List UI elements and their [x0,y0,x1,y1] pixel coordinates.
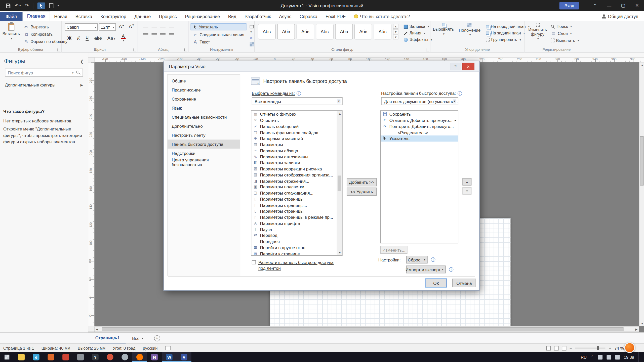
tab-Справка[interactable]: Справка [296,12,321,21]
tab-Конструктор[interactable]: Конструктор [96,12,130,21]
tab-Главная[interactable]: Главная [23,11,50,21]
customize-qat-dropdown[interactable]: Для всех документов (по умолчани... [381,97,458,105]
canvas-horizontal-scrollbar[interactable]: ◀ ▶ [95,326,639,332]
add-page-button[interactable]: + [154,335,160,341]
dialog-help-button[interactable]: ? [451,63,460,70]
command-item[interactable]: АПараметры шрифта [251,220,342,226]
tray-network-icon[interactable] [607,355,611,359]
status-height[interactable]: Высота: 25 мм [78,346,105,350]
scroll-up-icon[interactable]: ▲ [337,111,342,116]
flyout-arrow-icon[interactable]: ▸ [455,118,456,122]
taskbar-icon-chrome[interactable] [103,352,117,362]
command-item[interactable]: ▢Панель фрагментов слайдов [251,129,342,135]
connector-tool-button[interactable]: ⌐Соединительная линия [191,31,246,38]
status-width[interactable]: Ширина: 40 мм [42,346,70,350]
info-icon[interactable] [457,91,462,96]
tab-Async[interactable]: Async [275,12,296,21]
tab-Вставка[interactable]: Вставка [71,12,96,21]
ok-button[interactable]: ОК [425,279,447,287]
command-item[interactable]: ▦Отчеты о фигурах [251,111,342,117]
sign-in-button[interactable]: Вход [559,2,579,9]
tab-Foxit PDF[interactable]: Foxit PDF [321,12,350,21]
paste-button[interactable]: Вставить [0,21,22,45]
tab-Данные[interactable]: Данные [130,12,155,21]
command-item[interactable]: ✎Параметры автозамены... [251,154,342,160]
maximize-button[interactable]: ▢ [616,0,630,11]
scrollbar-thumb[interactable] [102,327,623,331]
move-down-button[interactable]: ▼ [462,187,471,194]
checkbox-icon[interactable] [252,260,256,264]
shape-style-3[interactable]: Абв [297,24,314,39]
command-item[interactable]: ▤Параметры [251,142,342,148]
shape-search-input[interactable]: Поиск фигур ▾ [5,69,83,77]
taskbar-icon-visio[interactable]: V [177,352,191,362]
align-button[interactable]: Выровнять [430,21,456,42]
shape-tools-icon[interactable] [250,25,254,34]
zoom-slider[interactable] [575,348,606,348]
fullscreen-view-icon[interactable] [562,346,566,350]
dialog-launcher-icon[interactable] [184,49,187,51]
undo-icon[interactable]: ↶▾ [15,3,21,8]
taskbar-icon-explorer[interactable] [14,352,29,362]
command-item[interactable]: ⊞Перейти к странице▸ [251,250,342,256]
strikethrough-button[interactable]: abc [93,35,103,41]
presentation-view-icon[interactable] [546,346,551,350]
shape-style-1[interactable]: Абв [258,24,275,39]
font-color-button[interactable]: А [119,34,127,42]
options-nav-Правописание[interactable]: Правописание [168,85,240,95]
recording-indicator[interactable] [624,342,635,353]
tab-Новая[interactable]: Новая [50,12,71,21]
qat-item[interactable]: <Разделитель> [381,129,458,135]
qat-listbox[interactable]: Сохранить↶Отменить Добавить прямоуго...▸… [380,110,458,243]
tab-Процесс[interactable]: Процесс [155,12,181,21]
bold-button[interactable]: Ж [66,35,73,41]
place-below-ribbon-checkbox[interactable]: Разместить панель быстрого доступа под л… [252,260,339,271]
change-shape-button[interactable]: Изменить фигуру [526,21,550,43]
status-page-count[interactable]: Страница 1 из 1 [3,346,34,350]
new-page-icon[interactable] [49,3,53,8]
effects-button[interactable]: Эффекты [403,37,433,42]
command-item[interactable]: ⊡Перейти в другое окно▸ [251,244,342,250]
status-angle[interactable]: Угол: 0 град [113,346,136,350]
shape-style-6[interactable]: Абв [354,24,372,39]
options-nav-Специальные возможности[interactable]: Специальные возможности [168,112,240,121]
minimize-button[interactable]: — [602,0,616,11]
remove-button[interactable]: << Удалить [347,188,377,196]
scroll-down-icon[interactable]: ▼ [639,321,644,326]
shape-style-7[interactable]: Абв [374,24,391,39]
info-icon[interactable] [449,267,453,272]
commands-listbox[interactable]: ▦Отчеты о фигурах✕Очистить✓Панель сообще… [251,110,343,256]
options-nav-Надстройки[interactable]: Надстройки [168,149,240,158]
align-bottom-icon[interactable] [160,33,166,37]
position-button[interactable]: Положение [456,21,483,42]
redo-icon[interactable]: ↷ [25,3,29,8]
command-item[interactable]: ⇄Перевод [251,232,342,238]
indent-icon[interactable] [169,33,174,37]
chevron-down-icon[interactable]: ▾ [72,71,74,75]
info-icon[interactable] [431,257,435,262]
taskbar-icon-word[interactable]: W [162,352,177,362]
align-middle-icon[interactable] [151,33,157,37]
options-nav-Дополнительно[interactable]: Дополнительно [168,121,240,130]
dialog-launcher-icon[interactable] [426,49,429,51]
shrink-font-button[interactable]: А▼ [127,23,136,31]
options-nav-Центр управления безопасностью[interactable]: Центр управления безопасностью [168,158,240,167]
send-to-back-button[interactable]: На задний план [485,30,531,36]
tell-me-box[interactable]: Что вы хотите сделать? [350,12,414,21]
zoom-in-button[interactable]: + [609,346,611,350]
change-case-button[interactable]: Аа [106,35,117,41]
options-nav-Настроить ленту[interactable]: Настроить ленту [168,130,240,140]
all-pages-button[interactable]: Все▲ [126,336,151,341]
font-family-combo[interactable]: Calibri [65,23,98,31]
command-item[interactable]: ▢Параметры сглаживания... [251,190,342,196]
reset-button[interactable]: Сброс [406,256,428,263]
start-button[interactable] [0,352,14,362]
ribbon-display-options-icon[interactable]: ⌃ [588,0,602,11]
align-top-icon[interactable] [143,33,148,37]
font-size-combo[interactable]: 12пт [99,23,116,31]
taskbar-icon-recorder[interactable] [132,352,147,362]
taskbar-icon-app-red[interactable] [58,352,73,362]
options-nav-Сохранение[interactable]: Сохранение [168,95,240,104]
qat-item[interactable]: Сохранить [381,111,458,117]
connection-point-icon[interactable]: ✕ [250,36,254,40]
